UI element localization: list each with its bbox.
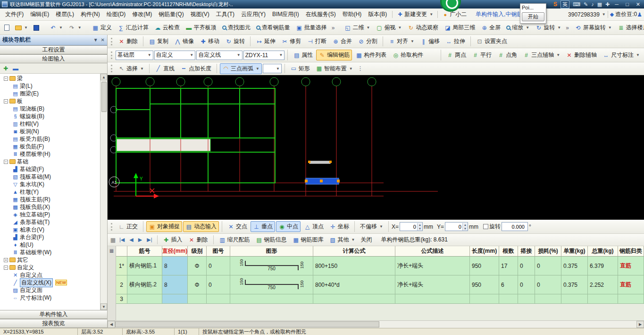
- zoom-button[interactable]: 缩放▼: [504, 22, 532, 33]
- screen-rotate-button[interactable]: ⟲屏幕旋转▼: [572, 22, 614, 33]
- category-cell[interactable]: [618, 294, 644, 304]
- mic-icon[interactable]: ♪: [591, 1, 594, 7]
- expand-all-icon[interactable]: ✚: [3, 65, 8, 72]
- pic-no-cell[interactable]: 0: [207, 257, 230, 275]
- ime-panel-icon[interactable]: ▦: [597, 1, 602, 8]
- menu-tools[interactable]: 工具(T): [213, 9, 238, 20]
- tree-item-dimension[interactable]: ⇔尺寸标注(W): [0, 294, 100, 301]
- diameter-cell[interactable]: 8: [162, 275, 188, 294]
- menu-view[interactable]: 视图(V): [187, 9, 213, 20]
- horizontal-scrollbar[interactable]: ◀ ▶: [108, 320, 644, 328]
- other-button[interactable]: ▧其他▼: [327, 234, 358, 245]
- wrench-icon[interactable]: ✚: [605, 1, 610, 8]
- menu-bim[interactable]: BIM应用(I): [269, 9, 302, 20]
- y-coordinate-input[interactable]: ▲▼: [445, 222, 468, 231]
- parallel-axis-button[interactable]: #平行: [469, 50, 494, 60]
- define-button[interactable]: ▦定义: [90, 22, 114, 33]
- pick-component-button[interactable]: ◎拾取构件: [390, 50, 426, 60]
- tree-item-cap-beam[interactable]: ▟承台梁(F): [0, 233, 100, 241]
- loss-cell[interactable]: 0: [535, 275, 561, 294]
- grip-handle[interactable]: [305, 180, 308, 182]
- new-button[interactable]: [2, 23, 12, 32]
- keyboard-icon[interactable]: ⌨: [573, 1, 580, 8]
- y-input[interactable]: [445, 223, 462, 231]
- batch-select-button[interactable]: ▣批量选择: [293, 22, 329, 33]
- unit-weight-cell[interactable]: 0.375: [561, 257, 588, 275]
- notification-icon[interactable]: ♟: [637, 11, 642, 18]
- project-settings-button[interactable]: 工程设置: [0, 45, 107, 54]
- save-button[interactable]: [31, 24, 42, 32]
- formula-desc-cell[interactable]: 净长+端头: [395, 275, 470, 294]
- insert-row-button[interactable]: ✚插入: [160, 234, 185, 245]
- last-row-button[interactable]: ▶|: [145, 236, 154, 243]
- loss-cell[interactable]: 0: [535, 257, 561, 275]
- rectangle-tool-button[interactable]: ▭矩形: [288, 63, 312, 74]
- tree-item-foundation-slab-band[interactable]: Ⅲ基础板带(W): [0, 249, 100, 256]
- ortho-button[interactable]: ∟正交: [116, 221, 140, 232]
- prev-row-button[interactable]: ◀: [127, 236, 135, 243]
- tree-item-floor-slab-band[interactable]: Ⅲ楼层板带(H): [0, 150, 100, 158]
- delete-button[interactable]: ✕删除: [116, 36, 140, 47]
- pen-icon[interactable]: ✎: [584, 1, 588, 8]
- overflow-chevron-icon-2[interactable]: »: [564, 25, 570, 31]
- scroll-down-icon[interactable]: ▼: [100, 303, 107, 310]
- menu-draw[interactable]: 绘图(D): [103, 9, 129, 20]
- group-select[interactable]: 自定义▼: [154, 51, 196, 60]
- vertex-snap-button[interactable]: △顶点: [301, 221, 326, 232]
- next-row-button[interactable]: ▶: [136, 236, 144, 243]
- collapse-all-icon[interactable]: ▬: [13, 65, 18, 72]
- tree-item-slab-negative-rebar[interactable]: ▦板负筋(F): [0, 143, 100, 150]
- count-cell[interactable]: 6: [499, 275, 518, 294]
- first-row-button[interactable]: |◀: [117, 236, 126, 243]
- lap-cell[interactable]: 0: [518, 257, 535, 275]
- total-weight-cell[interactable]: 6.379: [588, 257, 618, 275]
- table-row-2[interactable]: 2 横向钢筋.2 8 Φ 0 150 750 150 800+40*d: [116, 275, 644, 294]
- find-element-button[interactable]: 查找图元: [220, 22, 253, 33]
- rotate-checkbox[interactable]: [483, 224, 488, 229]
- rebar-info-button[interactable]: ▤钢筋信息: [253, 234, 289, 245]
- coordinate-button[interactable]: ✛坐标: [327, 221, 351, 232]
- formula-desc-cell[interactable]: [395, 294, 470, 304]
- diameter-cell[interactable]: [162, 294, 188, 304]
- row-number-cell[interactable]: 2: [116, 275, 127, 294]
- split-button[interactable]: ⊘分割: [355, 36, 380, 47]
- attribute-button[interactable]: ▤属性: [291, 50, 315, 60]
- extend-button[interactable]: ↦延伸: [253, 36, 278, 47]
- x-input[interactable]: [400, 223, 417, 231]
- new-change-button[interactable]: ✚ 新建变更▼: [394, 9, 435, 19]
- tree-item-strip-foundation[interactable]: ◢条形基础(T): [0, 218, 100, 226]
- top-view-button[interactable]: ▢俯视▼: [373, 22, 404, 33]
- formula-cell[interactable]: [313, 294, 395, 304]
- menu-file[interactable]: 文件(F): [2, 9, 27, 20]
- dimension-button[interactable]: ↔尺寸标注▼: [600, 50, 642, 60]
- rebar-no-cell[interactable]: [127, 294, 162, 304]
- overflow-chevron-icon[interactable]: »: [330, 25, 336, 31]
- tree-item-slab-hole[interactable]: ◙板洞(N): [0, 128, 100, 135]
- category-cell[interactable]: 直筋: [618, 257, 644, 275]
- minimize-button[interactable]: ─: [613, 1, 620, 7]
- scale-rebar-button[interactable]: ▥缩尺配筋: [217, 234, 252, 245]
- select-tool-button[interactable]: ↖选择▼: [116, 63, 146, 74]
- x-coordinate-input[interactable]: ▲▼: [400, 222, 423, 231]
- menu-edit[interactable]: 编辑(E): [27, 9, 52, 20]
- count-cell[interactable]: [499, 294, 518, 304]
- grade-cell[interactable]: Φ: [188, 275, 207, 294]
- align-slab-top-button[interactable]: ▬平齐板顶: [183, 22, 219, 33]
- tree-item-custom-line[interactable]: ╱自定义线(X)NEW: [0, 279, 100, 286]
- y-spinner[interactable]: ▲▼: [462, 223, 468, 231]
- rebar-no-cell[interactable]: 横向钢筋.1: [127, 257, 162, 275]
- pic-no-cell[interactable]: 0: [207, 275, 230, 294]
- menu-cloud[interactable]: 云应用(Y): [238, 9, 269, 20]
- table-row-1[interactable]: 1* 横向钢筋.1 8 Φ 0 150 750 150 800+150: [116, 257, 644, 275]
- midpoint-snap-button[interactable]: ◉中点: [276, 221, 301, 232]
- select-floor-button[interactable]: ≣选择楼层: [615, 22, 644, 33]
- merge-button[interactable]: ⊕合并: [330, 36, 354, 47]
- count-cell[interactable]: 17: [499, 257, 518, 275]
- scroll-up-icon[interactable]: ▲: [100, 74, 107, 80]
- summary-calc-button[interactable]: ∑汇总计算: [115, 22, 151, 33]
- length-cell[interactable]: 950: [470, 257, 499, 275]
- tree-folder-slab[interactable]: −板: [0, 97, 100, 105]
- copy-button[interactable]: ▤复制: [146, 36, 171, 47]
- cad-canvas[interactable]: Y A1: [108, 75, 644, 220]
- dynamic-input-button[interactable]: ▤动态输入: [183, 221, 219, 232]
